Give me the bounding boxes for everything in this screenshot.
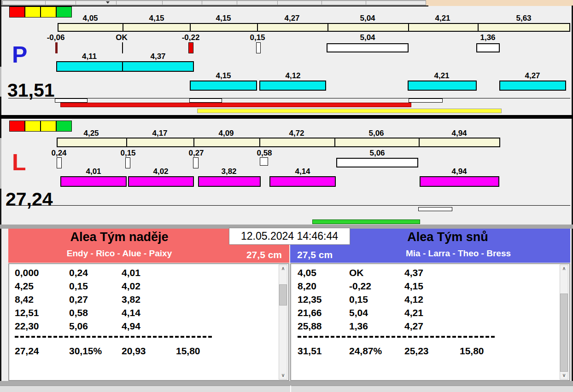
ruler-divider xyxy=(327,23,328,32)
lane-p-progress-yellow xyxy=(197,109,502,113)
lane-p-delta-label: -0,06 xyxy=(47,34,65,41)
team-left-scrollbar[interactable]: ∧ ∨ xyxy=(279,265,287,380)
lane-l-delta-mark xyxy=(125,157,130,168)
bottom-strip-light xyxy=(0,386,573,392)
divider xyxy=(237,1,237,5)
table-cell: 0,000 xyxy=(15,268,39,277)
table-cell: 4,15 xyxy=(404,281,423,291)
lane-l-delta-label: 0,58 xyxy=(257,149,272,157)
lane-l-baseline xyxy=(8,205,570,206)
table-cell: 8,42 xyxy=(15,294,34,304)
team-left-members: Endy - Rico - Alue - Paixy xyxy=(8,249,230,258)
table-cell: 0,24 xyxy=(69,268,88,277)
lane-l-delta-label: 0,15 xyxy=(120,149,135,157)
lane-p-run2-label: 4,21 xyxy=(434,72,449,80)
table-cell: 5,06 xyxy=(69,321,88,331)
lane-p-delta-bar xyxy=(476,43,500,52)
total-cell: 30,15% xyxy=(69,346,102,356)
lane-l-run1-label: 3,82 xyxy=(221,167,236,175)
scroll-down-button[interactable]: ∨ xyxy=(560,372,568,379)
top-strip-tan xyxy=(426,0,573,6)
lane-p-light-red xyxy=(9,6,25,17)
table-cell: 4,01 xyxy=(122,268,140,277)
divider xyxy=(76,1,76,5)
lane-l-light-yellow2 xyxy=(41,121,56,132)
table-cell: 4,14 xyxy=(122,308,140,317)
lane-p-run1-bar xyxy=(122,61,194,72)
lane-l-run1-label: 4,94 xyxy=(451,167,467,175)
lane-l-delta-label: 5,06 xyxy=(369,149,385,157)
table-cell: 4,05 xyxy=(298,268,316,277)
divider xyxy=(116,1,117,5)
table-cell: 4,02 xyxy=(122,281,140,291)
table-cell: 5,04 xyxy=(349,308,368,317)
lane-l-run1-label: 4,14 xyxy=(295,167,310,175)
lane-p-letter: P xyxy=(12,43,27,66)
total-cell: 15,80 xyxy=(460,346,484,356)
table-cell: 25,88 xyxy=(298,321,322,331)
lane-p-run2-label: 4,12 xyxy=(285,72,300,80)
scrollbar-thumb[interactable] xyxy=(560,294,568,372)
left-edge-handle xyxy=(0,67,1,97)
team-right-scrollbar[interactable]: ∧ ∨ xyxy=(560,265,568,380)
lane-p-marker-box xyxy=(409,98,443,103)
lane-l-run1-bar xyxy=(269,176,336,187)
lane-l-total: 27,24 xyxy=(6,190,53,209)
lane-l-run1-bar xyxy=(128,176,194,187)
divider xyxy=(277,1,278,5)
team-left-distance: 27,5 cm xyxy=(230,250,282,259)
lane-l-progress-green xyxy=(312,219,420,224)
lane-l-light-red xyxy=(9,121,25,132)
scroll-up-button[interactable]: ∧ xyxy=(560,265,568,272)
team-left-results-table[interactable]: 0,000 0,24 4,01 4,25 0,15 4,02 8,42 0,27… xyxy=(8,263,289,381)
lane-l-ruler-label: 4,94 xyxy=(451,129,467,137)
table-cell: 4,25 xyxy=(15,281,34,291)
lane-divider xyxy=(0,115,573,119)
scroll-up-button[interactable]: ∧ xyxy=(279,265,287,272)
lane-l-light-green xyxy=(56,121,72,132)
table-cell: 22,30 xyxy=(15,321,39,331)
window-left-edge xyxy=(0,0,1,392)
lane-p-run2-bar xyxy=(259,81,326,91)
table-cell: 12,35 xyxy=(298,294,322,304)
ruler-divider xyxy=(259,138,260,147)
table-cell: 0,58 xyxy=(69,308,88,317)
ruler-divider xyxy=(190,23,191,32)
datetime-display: 12.05.2024 14:46:44 xyxy=(229,228,350,245)
table-cell: 1,36 xyxy=(349,321,368,331)
lane-l-ruler-bar xyxy=(57,138,500,147)
divider xyxy=(366,1,366,5)
table-cell: 4,37 xyxy=(404,268,423,277)
left-edge-handle xyxy=(0,138,1,189)
total-cell: 25,23 xyxy=(404,346,429,356)
lane-p-ruler-label: 4,27 xyxy=(284,14,299,22)
lane-p-run1-bar xyxy=(56,61,123,72)
lane-p-run2-bar xyxy=(499,81,566,91)
lane-l-delta-bar xyxy=(336,158,418,167)
bottom-strip-dark xyxy=(0,381,573,386)
lane-p-light-yellow2 xyxy=(41,6,56,17)
scroll-down-button[interactable]: ∨ xyxy=(279,372,287,379)
lane-p-ruler-label: 5,04 xyxy=(360,14,375,22)
lane-p-delta-bar xyxy=(327,43,409,52)
lane-p-progress-red xyxy=(60,103,411,107)
table-cell: 0,27 xyxy=(69,294,88,304)
bottom-strip-divider xyxy=(290,386,291,392)
scrollbar-thumb[interactable] xyxy=(279,284,287,306)
lane-l-delta-label: 0,24 xyxy=(51,149,66,157)
lane-p-delta-label: 1,36 xyxy=(480,34,495,41)
lane-p-delta-label: -0,22 xyxy=(182,34,200,41)
lane-p-marker-box xyxy=(55,98,88,103)
lane-p-delta-label: OK xyxy=(116,34,128,41)
total-cell: 27,24 xyxy=(15,346,39,356)
taskbar-fragment xyxy=(2,0,426,5)
ruler-divider xyxy=(123,23,123,32)
lane-p-run1-label: 4,37 xyxy=(150,52,165,60)
divider xyxy=(45,1,46,5)
lane-p-ruler-label: 5,63 xyxy=(516,14,531,22)
lane-p-baseline xyxy=(8,98,570,98)
lane-l-ruler-label: 4,09 xyxy=(218,129,234,137)
table-cell: 4,21 xyxy=(404,308,423,317)
team-right-results-table[interactable]: 4,05 OK 4,37 8,20 -0,22 4,15 12,35 0,15 … xyxy=(290,263,570,381)
lane-p-run1-label: 4,11 xyxy=(82,52,97,60)
